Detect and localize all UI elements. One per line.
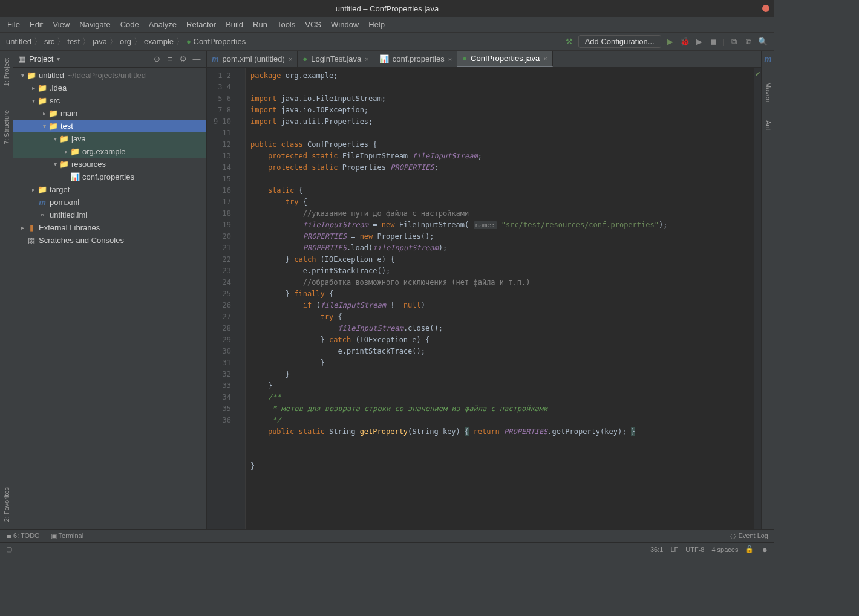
fold-gutter[interactable] (237, 68, 246, 529)
readonly-lock-icon[interactable]: 🔓 (745, 545, 754, 553)
menu-build[interactable]: Build (222, 19, 247, 30)
indent-setting[interactable]: 4 spaces (711, 546, 738, 553)
left-tool----favorites[interactable]: 2: Favorites (3, 487, 10, 522)
breadcrumb-separator: 〉 (57, 36, 65, 47)
maven-icon[interactable]: m (764, 54, 771, 64)
menu-edit[interactable]: Edit (26, 19, 47, 30)
menu-file[interactable]: File (4, 19, 24, 30)
tree-node-untitled-iml[interactable]: ▫untitled.iml (13, 209, 206, 221)
code-content[interactable]: package org.example; import java.io.File… (246, 68, 754, 529)
menu-analyze[interactable]: Analyze (145, 19, 180, 30)
close-window-icon[interactable] (762, 5, 769, 12)
tree-node-conf-properties[interactable]: 📊conf.properties (13, 170, 206, 183)
select-opened-file-icon[interactable]: ⊙ (152, 54, 162, 63)
folder-icon: 📁 (27, 71, 36, 80)
dropdown-icon[interactable]: ▾ (57, 56, 60, 62)
breadcrumb-untitled[interactable]: untitled (6, 37, 31, 46)
tree-node-java[interactable]: ▾📁java (13, 132, 206, 145)
tree-arrow-icon[interactable]: ▾ (18, 72, 27, 79)
hide-icon[interactable]: — (192, 54, 201, 63)
build-hammer-icon[interactable]: ⚒ (564, 36, 575, 47)
close-tab-icon[interactable]: × (289, 56, 292, 63)
settings-gear-icon[interactable]: ⚙ (178, 54, 188, 63)
tab-confproperties-java[interactable]: ●ConfProperties.java× (457, 51, 552, 67)
run-config-dropdown[interactable]: Add Configuration... (578, 35, 661, 48)
cursor-position[interactable]: 36:1 (650, 546, 663, 553)
run-icon[interactable]: ▶ (665, 36, 676, 47)
menu-run[interactable]: Run (249, 19, 271, 30)
tree-node-pom-xml[interactable]: mpom.xml (13, 196, 206, 209)
tab-pom-xml--untitled-[interactable]: mpom.xml (untitled)× (207, 51, 298, 67)
main: 1: Project7: Structure2: Favorites ▦ Pro… (0, 51, 774, 529)
file-encoding[interactable]: UTF-8 (685, 546, 704, 553)
tree-node-main[interactable]: ▸📁main (13, 107, 206, 120)
breadcrumb-separator: 〉 (109, 36, 117, 47)
tree-label: External Libraries (39, 223, 100, 232)
tree-node-scratches-and-consoles[interactable]: ▨Scratches and Consoles (13, 234, 206, 247)
tree-node-target[interactable]: ▸📁target (13, 183, 206, 196)
git-icon[interactable]: ⧉ (728, 36, 739, 47)
search-everywhere-icon[interactable]: 🔍 (757, 36, 768, 47)
tree-arrow-icon[interactable]: ▸ (18, 224, 27, 231)
tree-node-src[interactable]: ▾📁src (13, 94, 206, 107)
breadcrumb-example[interactable]: example (144, 37, 174, 46)
breadcrumb-ConfProperties[interactable]: ● ConfProperties (186, 37, 246, 46)
left-tool----project[interactable]: 1: Project (3, 58, 10, 86)
tree-arrow-icon[interactable]: ▸ (29, 186, 38, 193)
close-tab-icon[interactable]: × (543, 55, 547, 62)
profile-icon[interactable]: ◼ (708, 36, 719, 47)
status-icon[interactable]: ▢ (6, 545, 12, 553)
tab-logintest-java[interactable]: ●LoginTest.java× (298, 51, 374, 67)
tree-node--idea[interactable]: ▸📁.idea (13, 82, 206, 94)
menu-refactor[interactable]: Refactor (183, 19, 220, 30)
folder-icon: 📁 (70, 147, 80, 156)
tree-arrow-icon[interactable]: ▾ (40, 123, 48, 129)
tree-arrow-icon[interactable]: ▾ (51, 135, 59, 142)
menu-code[interactable]: Code (117, 19, 143, 30)
tree-label: java (71, 134, 86, 143)
menu-help[interactable]: Help (365, 19, 388, 30)
todo-tool-button[interactable]: ≣ 6: TODO (6, 532, 40, 540)
tab-conf-properties[interactable]: 📊conf.properties× (374, 51, 457, 67)
inspections-icon[interactable]: ☻ (761, 546, 768, 553)
file-icon: ▫ (38, 210, 47, 219)
project-tree[interactable]: ▾📁untitled~/IdeaProjects/untitled▸📁.idea… (13, 68, 206, 529)
tree-node-resources[interactable]: ▾📁resources (13, 158, 206, 170)
tab-label: ConfProperties.java (471, 54, 540, 63)
menu-navigate[interactable]: Navigate (76, 19, 114, 30)
tree-arrow-icon[interactable]: ▸ (40, 110, 48, 117)
tree-arrow-icon[interactable]: ▾ (51, 161, 59, 167)
terminal-tool-button[interactable]: ▣ Terminal (51, 532, 83, 540)
line-separator[interactable]: LF (670, 546, 678, 553)
tree-node-test[interactable]: ▾📁test (13, 120, 206, 132)
close-tab-icon[interactable]: × (448, 56, 452, 63)
tree-arrow-icon[interactable]: ▸ (62, 148, 70, 155)
left-tool----structure[interactable]: 7: Structure (3, 110, 10, 144)
coverage-icon[interactable]: ▶ (694, 36, 705, 47)
menu-view[interactable]: View (49, 19, 73, 30)
right-marker-stripe: ✔ (754, 68, 761, 529)
expand-all-icon[interactable]: ≡ (165, 54, 175, 63)
menu-window[interactable]: Window (327, 19, 362, 30)
menu-tools[interactable]: Tools (273, 19, 299, 30)
breadcrumb-java[interactable]: java (93, 37, 107, 46)
tree-label: resources (71, 160, 106, 169)
debug-icon[interactable]: 🐞 (679, 36, 690, 47)
breadcrumb-org[interactable]: org (120, 37, 131, 46)
update-project-icon[interactable]: ⧉ (743, 36, 754, 47)
breadcrumb-test[interactable]: test (67, 37, 80, 46)
tree-label: main (60, 109, 77, 118)
tree-node-untitled[interactable]: ▾📁untitled~/IdeaProjects/untitled (13, 69, 206, 82)
tree-arrow-icon[interactable]: ▸ (29, 85, 38, 91)
tree-arrow-icon[interactable]: ▾ (29, 97, 38, 104)
library-icon: ▮ (27, 223, 36, 232)
close-tab-icon[interactable]: × (365, 56, 368, 63)
folder-icon: 📁 (38, 185, 47, 194)
right-tool-ant[interactable]: Ant (765, 120, 772, 131)
tree-node-external-libraries[interactable]: ▸▮External Libraries (13, 221, 206, 234)
event-log-button[interactable]: ◌ Event Log (730, 532, 768, 540)
tree-node-org-example[interactable]: ▸📁org.example (13, 145, 206, 158)
breadcrumb-src[interactable]: src (44, 37, 54, 46)
right-tool-maven[interactable]: Maven (765, 82, 772, 102)
menu-vcs[interactable]: VCS (301, 19, 325, 30)
